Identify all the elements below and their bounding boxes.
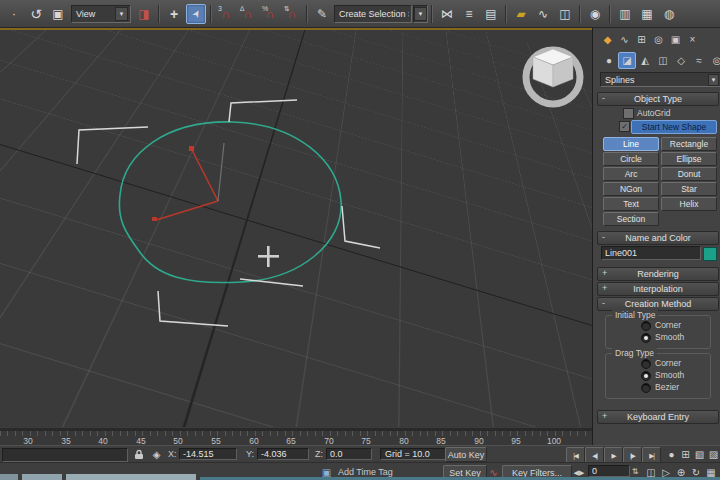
rollout-object-type[interactable]: - Object Type (597, 92, 719, 106)
select-and-link-icon[interactable]: ▣ (48, 4, 68, 24)
ellipse-button[interactable]: Ellipse (661, 152, 717, 166)
spline-shape[interactable] (119, 122, 341, 283)
drag-bezier-radio[interactable] (641, 383, 651, 393)
view-cube[interactable] (526, 49, 580, 104)
quick-render-icon[interactable]: ◍ (659, 4, 679, 24)
z-coordinate-field[interactable] (326, 448, 372, 460)
align-icon[interactable]: ≡ (459, 4, 479, 24)
start-new-shape-checkbox[interactable]: ✓ (619, 121, 630, 132)
initial-corner-label: Corner (655, 320, 681, 330)
graph-editors-icon[interactable]: ▰ (511, 4, 531, 24)
ngon-button[interactable]: NGon (603, 182, 659, 196)
rendered-frame-icon[interactable]: ▦ (637, 4, 657, 24)
selection-set-dropdown-arrow[interactable]: ▼ (413, 5, 428, 23)
helix-button[interactable]: Helix (661, 197, 717, 211)
gizmo-z-axis (218, 143, 224, 201)
select-and-move-icon[interactable]: + (164, 4, 184, 24)
tab-motion[interactable]: ◎ (650, 32, 667, 47)
select-object-icon[interactable]: ➤ (186, 4, 206, 24)
percent-snap-icon[interactable]: %∩ (260, 4, 280, 24)
selection-region-icon[interactable]: ▨ (707, 448, 720, 461)
rollout-keyboard-entry[interactable]: + Keyboard Entry (597, 410, 719, 424)
panel-filler (592, 428, 720, 445)
viewport-layout-icon[interactable]: ⊞ (679, 448, 692, 461)
drag-corner-radio[interactable] (641, 359, 651, 369)
status-prompt-field (2, 448, 128, 462)
tab-create[interactable]: ◆ (599, 32, 616, 47)
category-helpers[interactable]: ◇ (672, 52, 690, 69)
line-button[interactable]: Line (603, 137, 659, 151)
circle-button[interactable]: Circle (603, 152, 659, 166)
drag-smooth-label: Smooth (655, 370, 684, 380)
schematic-view-icon[interactable]: ◫ (555, 4, 575, 24)
tab-display[interactable]: ▣ (667, 32, 684, 47)
autogrid-checkbox[interactable] (623, 108, 634, 119)
video-artifact-strip (0, 474, 720, 480)
z-label: Z: (315, 449, 323, 459)
category-shapes[interactable]: ◪ (618, 52, 636, 69)
toolbar-separator (579, 5, 581, 23)
main-toolbar: · ↺ ▣ View ▼ ◨ + ➤ 3∩ ∆∩ %∩ ⇅∩ ✎ Create … (0, 0, 720, 28)
y-label: Y: (246, 449, 254, 459)
arc-button[interactable]: Arc (603, 167, 659, 181)
undo-icon[interactable]: ↺ (26, 4, 46, 24)
unlink-selection-icon[interactable]: ◨ (134, 4, 154, 24)
perspective-viewport[interactable] (0, 28, 592, 427)
category-geometry[interactable]: ● (600, 52, 618, 69)
star-button[interactable]: Star (661, 182, 717, 196)
rectangle-button[interactable]: Rectangle (661, 137, 717, 151)
rollout-rendering[interactable]: + Rendering (597, 267, 719, 281)
donut-button[interactable]: Donut (661, 167, 717, 181)
angle-snap-icon[interactable]: ∆∩ (238, 4, 258, 24)
mirror-icon[interactable]: ⋈ (437, 4, 457, 24)
category-lights[interactable]: ◭ (636, 52, 654, 69)
toolbar-separator (210, 5, 212, 23)
chevron-down-icon: ▼ (414, 7, 427, 21)
auto-key-button[interactable]: Auto Key (445, 447, 487, 462)
category-space-warps[interactable]: ≈ (690, 52, 708, 69)
snap-toggle-icon[interactable]: 3∩ (216, 4, 236, 24)
object-color-swatch[interactable] (703, 247, 717, 261)
layer-manager-icon[interactable]: ▤ (481, 4, 501, 24)
tab-utilities[interactable]: × (684, 32, 701, 47)
gizmo-handle (189, 146, 194, 151)
selection-set-dropdown[interactable]: Create Selection Se (334, 5, 412, 23)
absolute-mode-icon[interactable]: ◈ (150, 448, 163, 461)
material-editor-icon[interactable]: ◉ (585, 4, 605, 24)
category-systems[interactable]: ◎ (708, 52, 720, 69)
drag-smooth-radio[interactable] (641, 371, 651, 381)
command-panel-tabs: ◆ ∿ ⊞ ◎ ▣ × (599, 32, 701, 47)
rollout-name-and-color[interactable]: - Name and Color (597, 231, 719, 245)
gizmo-handle (152, 217, 157, 221)
autogrid-label: AutoGrid (637, 108, 671, 118)
rollout-creation-method[interactable]: - Creation Method (597, 297, 719, 311)
initial-corner-radio[interactable] (641, 321, 651, 331)
object-name-field[interactable] (601, 246, 701, 260)
text-button[interactable]: Text (603, 197, 659, 211)
render-setup-icon[interactable]: ▥ (615, 4, 635, 24)
chevron-down-icon[interactable]: ▼ (115, 7, 128, 21)
artifact-block (0, 474, 18, 480)
command-panel: ◆ ∿ ⊞ ◎ ▣ × ● ◪ ◭ ◫ ◇ ≈ ◎ Splines ▼ - Ob… (592, 28, 720, 445)
category-cameras[interactable]: ◫ (654, 52, 672, 69)
splines-dropdown[interactable]: Splines ▼ (600, 72, 720, 87)
tab-modify[interactable]: ∿ (616, 32, 633, 47)
section-button[interactable]: Section (603, 212, 659, 226)
viewport-overlay (0, 30, 592, 427)
tab-hierarchy[interactable]: ⊞ (633, 32, 650, 47)
key-mode-toggle-icon[interactable]: ● (665, 448, 678, 461)
isolate-selection-icon[interactable]: ▧ (693, 448, 706, 461)
artifact-block (22, 474, 62, 480)
spinner-snap-icon[interactable]: ⇅∩ (282, 4, 302, 24)
y-coordinate-field[interactable] (257, 448, 309, 460)
named-selection-sets-icon[interactable]: ✎ (312, 4, 332, 24)
crosshair-cursor (258, 246, 279, 267)
x-coordinate-field[interactable] (179, 448, 237, 460)
view-dropdown[interactable]: View ▼ (71, 5, 131, 23)
selection-lock-icon[interactable] (132, 448, 145, 461)
dot-icon[interactable]: · (4, 4, 24, 24)
curve-editor-icon[interactable]: ∿ (533, 4, 553, 24)
initial-smooth-radio[interactable] (641, 333, 651, 343)
start-new-shape-button[interactable]: Start New Shape (631, 120, 717, 134)
rollout-interpolation[interactable]: + Interpolation (597, 282, 719, 296)
